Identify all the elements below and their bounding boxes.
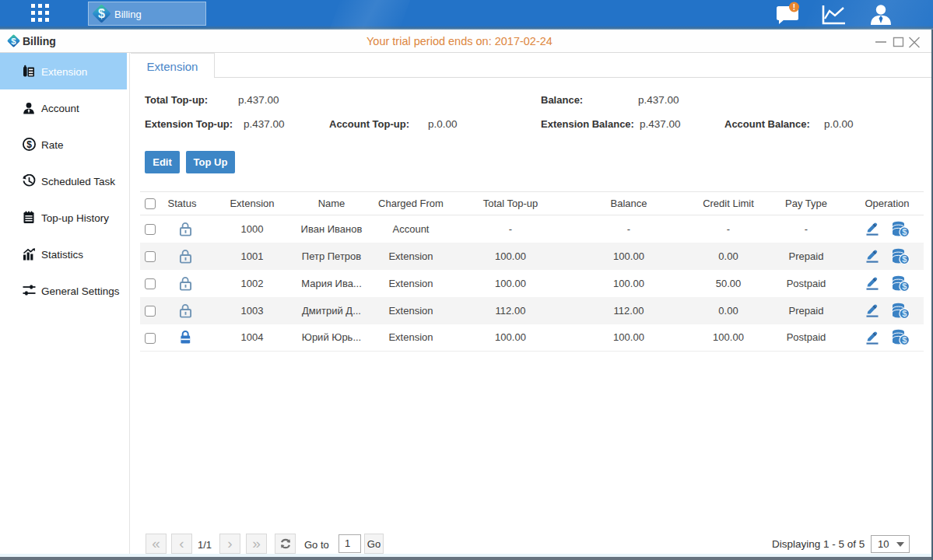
svg-text:$: $	[98, 7, 105, 20]
svg-text:$: $	[26, 139, 32, 150]
svg-text:$: $	[902, 254, 907, 264]
svg-text:$: $	[902, 227, 907, 236]
svg-text:$: $	[11, 37, 16, 46]
svg-text:!: !	[793, 3, 795, 12]
svg-text:$: $	[902, 335, 907, 345]
svg-text:$: $	[902, 282, 907, 291]
svg-text:$: $	[902, 309, 907, 318]
